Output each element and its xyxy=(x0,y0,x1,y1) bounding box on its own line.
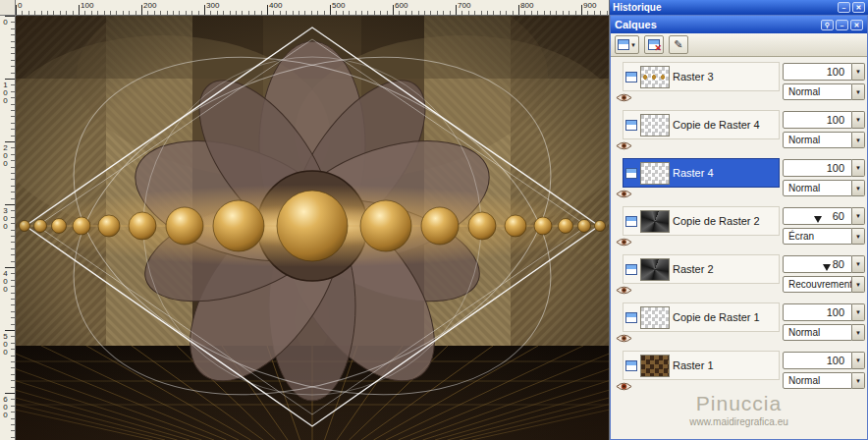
ruler-label: 100 xyxy=(81,1,93,10)
chevron-down-icon[interactable]: ▼ xyxy=(852,255,865,273)
chevron-down-icon[interactable]: ▼ xyxy=(852,63,865,81)
layer-name: Raster 2 xyxy=(673,263,714,275)
ruler-label: 0 xyxy=(1,18,10,26)
layer-row-raster-2[interactable]: Raster 2 xyxy=(613,251,781,300)
historique-palette-titlebar[interactable]: Historique – ✕ xyxy=(610,0,868,15)
chevron-down-icon[interactable]: ▼ xyxy=(852,132,865,148)
layer-thumbnail xyxy=(640,66,670,88)
opacity-field[interactable]: 100 xyxy=(783,303,852,321)
blend-mode-value: Normal xyxy=(788,183,820,193)
ruler-label: 500 xyxy=(1,332,10,356)
visibility-eye-icon[interactable] xyxy=(616,140,633,152)
layer-row-main: Copie de Raster 1 xyxy=(623,302,780,332)
blend-mode-select[interactable]: Normal xyxy=(783,83,852,100)
blend-mode-select[interactable]: Normal xyxy=(783,324,852,341)
layer-name: Raster 3 xyxy=(673,71,714,82)
visibility-eye-icon[interactable] xyxy=(616,189,633,200)
calques-palette: Calques ⚲ – ✕ ▼ ✕ ✎ xyxy=(610,15,868,440)
layers-list: Raster 3 Copie de Raster 4 xyxy=(611,57,867,439)
edit-selection-button[interactable]: ✎ xyxy=(669,35,688,54)
opacity-field[interactable]: 100 xyxy=(783,159,852,177)
watermark-site: www.maidiregrafica.eu xyxy=(611,416,867,427)
chevron-down-icon[interactable]: ▼ xyxy=(852,180,865,196)
layer-row-raster-1[interactable]: Raster 1 xyxy=(613,348,781,396)
chevron-down-icon[interactable]: ▼ xyxy=(852,207,865,225)
layer-row-copie-de-raster-4[interactable]: Copie de Raster 4 xyxy=(613,107,781,155)
controls-copie-de-raster-2: 60 ▼ Écran ▼ xyxy=(783,203,865,251)
ruler-label: 800 xyxy=(520,1,533,10)
chevron-down-icon[interactable]: ▼ xyxy=(852,303,865,321)
controls-raster-1: 100 ▼ Normal ▼ xyxy=(783,348,865,396)
opacity-field[interactable]: 80 xyxy=(783,255,852,273)
chevron-down-icon[interactable]: ▼ xyxy=(852,111,865,129)
layer-name: Copie de Raster 2 xyxy=(673,215,760,227)
visibility-eye-icon[interactable] xyxy=(616,92,633,104)
pin-icon[interactable]: ⚲ xyxy=(821,20,834,30)
minimize-icon[interactable]: – xyxy=(836,20,848,30)
historique-title: Historique xyxy=(613,2,836,13)
ruler-horizontal: 0 100 200 300 400 500 600 700 800 900 xyxy=(16,0,609,16)
ruler-vertical: 0 100 200 300 400 500 600 xyxy=(0,16,16,440)
opacity-field[interactable]: 60 xyxy=(783,207,852,225)
blend-mode-select[interactable]: Normal xyxy=(783,180,852,196)
opacity-value: 100 xyxy=(827,162,844,174)
chevron-down-icon[interactable]: ▼ xyxy=(852,83,865,100)
layer-row-copie-de-raster-1[interactable]: Copie de Raster 1 xyxy=(613,300,781,348)
opacity-field[interactable]: 100 xyxy=(783,63,852,81)
opacity-slider-handle[interactable] xyxy=(814,216,822,223)
layer-name: Raster 4 xyxy=(673,167,714,179)
visibility-eye-icon[interactable] xyxy=(616,381,633,393)
opacity-field[interactable]: 100 xyxy=(783,111,852,129)
canvas-image[interactable] xyxy=(16,16,609,440)
chevron-down-icon[interactable]: ▼ xyxy=(852,228,865,245)
layer-row-main: Copie de Raster 4 xyxy=(623,110,780,139)
calques-palette-titlebar[interactable]: Calques ⚲ – ✕ xyxy=(611,16,867,33)
ruler-label: 600 xyxy=(395,1,407,10)
ruler-label: 500 xyxy=(332,1,345,10)
chevron-down-icon[interactable]: ▼ xyxy=(852,276,865,293)
opacity-field[interactable]: 100 xyxy=(783,352,852,369)
controls-raster-2: 80 ▼ Recouvrement ▼ xyxy=(783,251,865,300)
layer-name: Copie de Raster 1 xyxy=(673,311,760,323)
blend-mode-value: Écran xyxy=(788,231,814,242)
chevron-down-icon[interactable]: ▼ xyxy=(852,324,865,341)
blend-mode-select[interactable]: Recouvrement xyxy=(783,276,852,293)
layer-thumbnail xyxy=(640,162,670,185)
layer-type-icon xyxy=(625,312,637,323)
ruler-label: 200 xyxy=(143,1,156,10)
opacity-value: 100 xyxy=(827,355,844,366)
layer-row-raster-4[interactable]: Raster 4 xyxy=(613,155,781,203)
opacity-value: 60 xyxy=(833,210,844,222)
chevron-down-icon[interactable]: ▼ xyxy=(852,159,865,177)
close-icon[interactable]: ✕ xyxy=(850,20,863,30)
layer-thumbnail xyxy=(640,355,670,377)
ruler-label: 600 xyxy=(1,395,10,418)
layer-controls: 100 ▼ Normal ▼ 100 ▼ xyxy=(783,59,865,396)
layer-thumbnail xyxy=(640,258,670,281)
minimize-icon[interactable]: – xyxy=(838,2,850,13)
blend-mode-select[interactable]: Normal xyxy=(783,372,852,389)
opacity-slider-handle[interactable] xyxy=(823,264,831,271)
close-icon[interactable]: ✕ xyxy=(852,2,865,13)
layer-row-main: Raster 2 xyxy=(623,254,780,284)
opacity-value: 100 xyxy=(827,66,844,78)
ruler-label: 200 xyxy=(1,143,10,167)
visibility-eye-icon[interactable] xyxy=(616,237,633,248)
delete-layer-button[interactable]: ✕ xyxy=(644,35,664,54)
layer-thumbnail xyxy=(640,210,670,233)
layer-row-copie-de-raster-2[interactable]: Copie de Raster 2 xyxy=(613,203,781,251)
ruler-label: 900 xyxy=(583,1,596,10)
calques-title: Calques xyxy=(615,19,819,30)
new-layer-button[interactable]: ▼ xyxy=(615,35,639,54)
blend-mode-select[interactable]: Écran xyxy=(783,228,852,245)
layer-name: Copie de Raster 4 xyxy=(673,119,760,131)
chevron-down-icon[interactable]: ▼ xyxy=(852,352,865,369)
blend-mode-select[interactable]: Normal xyxy=(783,132,852,148)
visibility-eye-icon[interactable] xyxy=(616,285,633,297)
controls-copie-de-raster-1: 100 ▼ Normal ▼ xyxy=(783,300,865,348)
layer-row-raster-3[interactable]: Raster 3 xyxy=(613,59,781,107)
ruler-label: 100 xyxy=(1,81,10,104)
pencil-icon: ✎ xyxy=(674,38,682,51)
chevron-down-icon[interactable]: ▼ xyxy=(852,372,865,389)
visibility-eye-icon[interactable] xyxy=(616,333,633,345)
